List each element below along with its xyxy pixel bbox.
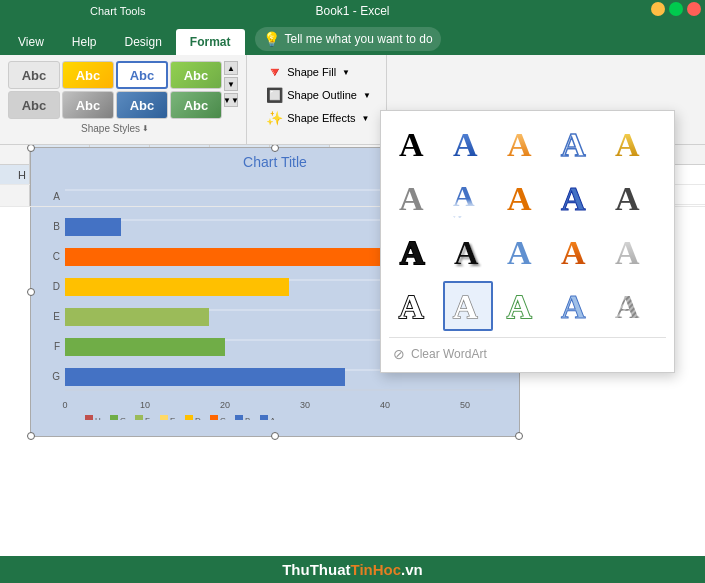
resize-handle-bl[interactable]: [27, 432, 35, 440]
tab-view[interactable]: View: [4, 29, 58, 55]
svg-text:A: A: [507, 288, 532, 325]
shape-styles-expand-icon[interactable]: ⬇: [142, 124, 149, 133]
wordart-item-0[interactable]: A: [389, 119, 439, 169]
close-icon[interactable]: [687, 2, 701, 16]
wordart-item-1[interactable]: A: [443, 119, 493, 169]
shape-style-item-3[interactable]: Abc: [116, 61, 168, 89]
resize-handle-br[interactable]: [515, 432, 523, 440]
svg-text:B: B: [245, 416, 250, 420]
shape-style-item-5[interactable]: Abc: [8, 91, 60, 119]
lightbulb-icon: 💡: [263, 31, 280, 47]
svg-text:F: F: [145, 416, 150, 420]
wordart-item-7[interactable]: A: [497, 173, 547, 223]
wordart-item-2[interactable]: A: [497, 119, 547, 169]
wordart-item-17[interactable]: A: [497, 281, 547, 331]
svg-text:A: A: [399, 180, 424, 217]
svg-rect-54: [135, 415, 143, 420]
svg-text:A: A: [615, 126, 640, 163]
workbook-title: Book1 - Excel: [315, 4, 389, 18]
shape-fill-label: Shape Fill: [287, 66, 336, 78]
shape-fill-icon: 🔻: [266, 64, 283, 80]
shape-style-item-8[interactable]: Abc: [170, 91, 222, 119]
resize-handle-tl[interactable]: [27, 145, 35, 152]
wordart-item-8[interactable]: A: [551, 173, 601, 223]
svg-text:40: 40: [380, 400, 390, 410]
shape-effects-dropdown-icon[interactable]: ▼: [361, 114, 369, 123]
shape-style-item-6[interactable]: Abc: [62, 91, 114, 119]
svg-text:A: A: [615, 180, 640, 217]
tab-format[interactable]: Format: [176, 29, 245, 55]
wordart-item-3[interactable]: A: [551, 119, 601, 169]
svg-rect-52: [110, 415, 118, 420]
shape-style-item-7[interactable]: Abc: [116, 91, 168, 119]
scroll-more-arrow[interactable]: ▼▼: [224, 93, 238, 107]
svg-rect-60: [210, 415, 218, 420]
maximize-icon[interactable]: [669, 2, 683, 16]
wordart-item-11[interactable]: A: [443, 227, 493, 277]
wordart-item-16[interactable]: A: [443, 281, 493, 331]
chart-tools-label: Chart Tools: [90, 0, 145, 22]
wordart-item-9[interactable]: A: [605, 173, 655, 223]
svg-rect-50: [85, 415, 93, 420]
svg-text:A: A: [453, 126, 478, 163]
svg-text:10: 10: [140, 400, 150, 410]
tab-design[interactable]: Design: [110, 29, 175, 55]
wordart-item-19[interactable]: A: [605, 281, 655, 331]
svg-text:0: 0: [62, 400, 67, 410]
resize-handle-ml[interactable]: [27, 288, 35, 296]
svg-text:H: H: [95, 416, 101, 420]
wordart-item-10[interactable]: A: [389, 227, 439, 277]
resize-handle-tc[interactable]: [271, 145, 279, 152]
svg-rect-39: [65, 248, 401, 266]
svg-text:A: A: [270, 416, 276, 420]
shape-styles-scroll: ▲ ▼ ▼▼: [224, 61, 238, 107]
wordart-item-15[interactable]: A: [389, 281, 439, 331]
clear-wordart-button[interactable]: ⊘ Clear WordArt: [389, 344, 666, 364]
resize-handle-bc[interactable]: [271, 432, 279, 440]
svg-text:A: A: [615, 288, 640, 325]
wordart-item-18[interactable]: A: [551, 281, 601, 331]
svg-text:A: A: [399, 288, 424, 325]
shape-outline-button[interactable]: 🔲 Shape Outline ▼: [260, 84, 377, 106]
svg-text:A: A: [453, 288, 478, 325]
svg-rect-56: [160, 415, 168, 420]
svg-text:D: D: [53, 281, 60, 292]
shape-effects-icon: ✨: [266, 110, 283, 126]
shape-outline-dropdown-icon[interactable]: ▼: [363, 91, 371, 100]
svg-text:A: A: [561, 288, 586, 325]
shape-effects-button[interactable]: ✨ Shape Effects ▼: [260, 107, 377, 129]
svg-text:A: A: [399, 126, 424, 163]
svg-rect-64: [260, 415, 268, 420]
scroll-up-arrow[interactable]: ▲: [224, 61, 238, 75]
tell-me-box[interactable]: 💡 Tell me what you want to do: [255, 27, 441, 51]
scroll-down-arrow[interactable]: ▼: [224, 77, 238, 91]
svg-text:20: 20: [220, 400, 230, 410]
wordart-panel: A A A A A A AA A: [380, 110, 675, 373]
shape-style-item-2[interactable]: Abc: [62, 61, 114, 89]
wordart-item-14[interactable]: A: [605, 227, 655, 277]
wordart-item-4[interactable]: A: [605, 119, 655, 169]
watermark-suffix: .vn: [401, 561, 423, 578]
minimize-icon[interactable]: [651, 2, 665, 16]
shape-fill-dropdown-icon[interactable]: ▼: [342, 68, 350, 77]
wordart-item-13[interactable]: A: [551, 227, 601, 277]
svg-text:D: D: [195, 416, 201, 420]
svg-rect-43: [65, 368, 345, 386]
svg-text:A: A: [561, 126, 586, 163]
svg-text:A: A: [507, 180, 532, 217]
shape-style-item-4[interactable]: Abc: [170, 61, 222, 89]
clear-wordart-label: Clear WordArt: [411, 347, 487, 361]
row-num-header: [0, 145, 30, 164]
svg-rect-41: [65, 308, 209, 326]
tab-help[interactable]: Help: [58, 29, 111, 55]
shape-styles-label: Shape Styles: [81, 123, 140, 134]
shape-style-item-1[interactable]: Abc: [8, 61, 60, 89]
svg-rect-62: [235, 415, 243, 420]
tell-me-text: Tell me what you want to do: [285, 32, 433, 46]
svg-text:A: A: [615, 234, 640, 271]
svg-text:A: A: [561, 234, 586, 271]
wordart-item-6[interactable]: AA: [443, 173, 493, 223]
wordart-item-5[interactable]: A: [389, 173, 439, 223]
wordart-item-12[interactable]: A: [497, 227, 547, 277]
shape-fill-button[interactable]: 🔻 Shape Fill ▼: [260, 61, 377, 83]
